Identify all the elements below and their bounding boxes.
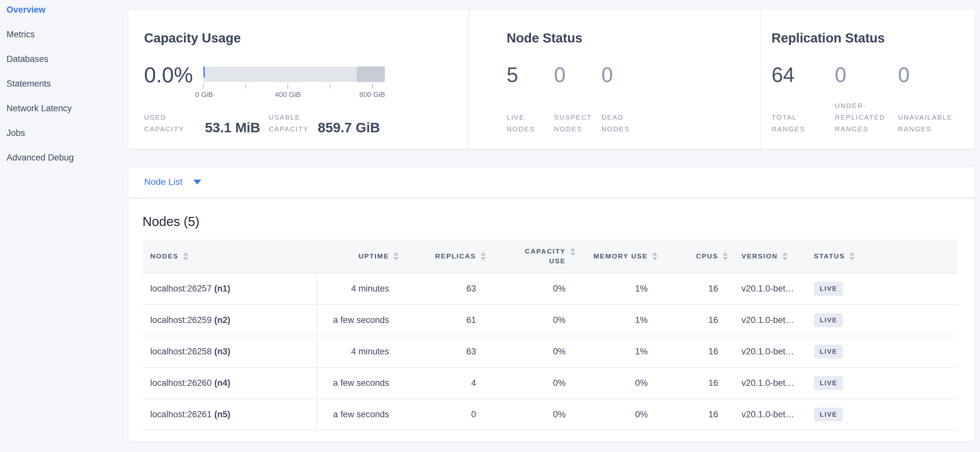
capacity-gauge-bar (204, 67, 385, 82)
live-nodes-label: LIVE NODES (507, 111, 554, 135)
column-header-replicas[interactable]: REPLICAS (400, 239, 487, 273)
capacity-usage-title: Capacity Usage (144, 31, 241, 45)
column-header-uptime-label: UPTIME (359, 251, 389, 261)
status-badge: LIVE (814, 313, 843, 327)
sidebar-item-databases[interactable]: Databases (6, 47, 128, 71)
node-address: localhost:26257 (150, 284, 212, 294)
node-address-link[interactable]: localhost:26261(n5) (150, 409, 231, 420)
capacity-stats: USED CAPACITY 53.1 MiB USABLE CAPACITY 8… (144, 111, 380, 135)
sort-arrows-icon (480, 252, 486, 260)
suspect-nodes-label: SUSPECT NODES (554, 111, 601, 135)
node-id: (n4) (214, 378, 231, 388)
sidebar: Overview Metrics Databases Statements Ne… (0, 0, 128, 452)
sort-arrows-icon (570, 248, 575, 256)
column-header-uptime[interactable]: UPTIME (317, 239, 400, 273)
status-badge: LIVE (814, 376, 843, 390)
sidebar-item-statements[interactable]: Statements (6, 71, 128, 96)
memory-use-cell: 0% (577, 399, 659, 430)
node-address: localhost:26259 (150, 315, 212, 325)
nodes-card: Nodes (5) NODES UPTIME REPLICAS CAPACITY… (128, 199, 975, 441)
gauge-tick-400 (288, 84, 288, 89)
capacity-use-cell: 0% (487, 336, 577, 367)
column-header-replicas-label: REPLICAS (435, 251, 476, 261)
column-header-version-label: VERSION (741, 251, 778, 261)
node-status-title: Node Status (507, 31, 582, 45)
sort-arrows-icon (394, 252, 399, 260)
column-header-status[interactable]: STATUS (800, 239, 958, 273)
capacity-use-cell: 0% (487, 399, 577, 430)
sort-arrows-icon (183, 252, 188, 260)
table-row: localhost:26261(n5) a few seconds 0 0% 0… (142, 399, 958, 431)
used-capacity-label: USED CAPACITY (144, 111, 184, 135)
replication-status-title: Replication Status (772, 31, 885, 45)
unavailable-ranges-label: UNAVAILABLE RANGES (898, 111, 961, 135)
gauge-tick-600 (330, 84, 330, 89)
node-address: localhost:26258 (150, 347, 212, 357)
node-address-link[interactable]: localhost:26260(n4) (150, 378, 231, 388)
sort-arrows-icon (723, 252, 728, 260)
memory-use-cell: 1% (577, 273, 659, 304)
under-replicated-ranges-label: UNDER- REPLICATED RANGES (835, 100, 898, 135)
sidebar-nav: Overview Metrics Databases Statements Ne… (6, 0, 128, 170)
sort-arrows-icon (652, 252, 657, 260)
node-address: localhost:26260 (150, 378, 212, 388)
node-id: (n3) (214, 347, 231, 357)
gauge-axis-label-800: 800 GiB (359, 90, 385, 99)
column-header-memory-use[interactable]: MEMORY USE (577, 239, 659, 273)
capacity-use-cell: 0% (487, 368, 577, 398)
table-row: localhost:26259(n2) a few seconds 61 0% … (142, 305, 958, 336)
capacity-used-percent: 0.0% (144, 63, 193, 87)
node-list-dropdown[interactable]: Node List (144, 177, 201, 187)
sort-arrows-icon (783, 252, 788, 260)
cpus-cell: 16 (659, 273, 729, 304)
version-cell: v20.1.0-bet… (729, 368, 800, 398)
replicas-cell: 61 (400, 305, 487, 336)
live-nodes-value: 5 (507, 63, 554, 87)
chevron-down-icon (193, 180, 201, 184)
node-address-link[interactable]: localhost:26258(n3) (150, 347, 231, 357)
column-header-version[interactable]: VERSION (729, 239, 800, 273)
gauge-axis-label-0: 0 GiB (195, 90, 213, 99)
replicas-cell: 4 (400, 368, 487, 398)
capacity-use-cell: 0% (487, 305, 577, 336)
table-row: localhost:26257(n1) 4 minutes 63 0% 1% 1… (142, 273, 958, 305)
replication-values: 64 0 0 (772, 63, 961, 87)
gauge-tick-0 (204, 84, 204, 89)
sidebar-item-metrics[interactable]: Metrics (6, 22, 128, 47)
uptime-cell: a few seconds (317, 305, 400, 336)
node-status-section: Node Status 5 0 0 LIVE NODES SUSPECT NOD… (468, 10, 760, 149)
used-capacity-value: 53.1 MiB (205, 120, 260, 136)
column-header-cpus-label: CPUS (696, 251, 718, 261)
column-header-memory-use-label: MEMORY USE (593, 251, 648, 261)
cpus-cell: 16 (659, 399, 729, 430)
capacity-gauge-used-marker (204, 67, 205, 78)
replication-status-section: Replication Status 64 0 0 TOTAL RANGES U… (760, 10, 975, 149)
sidebar-item-network-latency[interactable]: Network Latency (6, 96, 128, 121)
suspect-nodes-value: 0 (554, 63, 601, 87)
node-address: localhost:26261 (150, 409, 212, 420)
view-selector-card: Node List (128, 167, 975, 197)
dead-nodes-label: DEAD NODES (601, 111, 649, 135)
node-address-link[interactable]: localhost:26259(n2) (150, 315, 231, 325)
node-id: (n1) (214, 284, 231, 294)
sidebar-item-jobs[interactable]: Jobs (6, 121, 128, 145)
column-header-capacity-use-label: CAPACITY USE (525, 246, 566, 266)
node-id: (n5) (214, 409, 231, 420)
version-cell: v20.1.0-bet… (729, 305, 800, 336)
memory-use-cell: 0% (577, 368, 659, 398)
under-replicated-ranges-value: 0 (835, 63, 898, 87)
node-address-link[interactable]: localhost:26257(n1) (150, 284, 231, 294)
capacity-gauge-reserved-segment (357, 67, 385, 82)
sidebar-item-overview[interactable]: Overview (6, 0, 128, 22)
column-header-cpus[interactable]: CPUS (659, 239, 729, 273)
uptime-cell: 4 minutes (317, 273, 400, 304)
sidebar-item-advanced-debug[interactable]: Advanced Debug (6, 145, 128, 170)
gauge-tick-800 (372, 84, 372, 89)
cpus-cell: 16 (659, 336, 729, 367)
total-ranges-value: 64 (772, 63, 835, 87)
column-header-capacity-use[interactable]: CAPACITY USE (487, 239, 577, 273)
sort-arrows-icon (850, 252, 855, 260)
uptime-cell: 4 minutes (317, 336, 400, 367)
column-header-nodes[interactable]: NODES (142, 239, 317, 273)
cpus-cell: 16 (659, 368, 729, 398)
